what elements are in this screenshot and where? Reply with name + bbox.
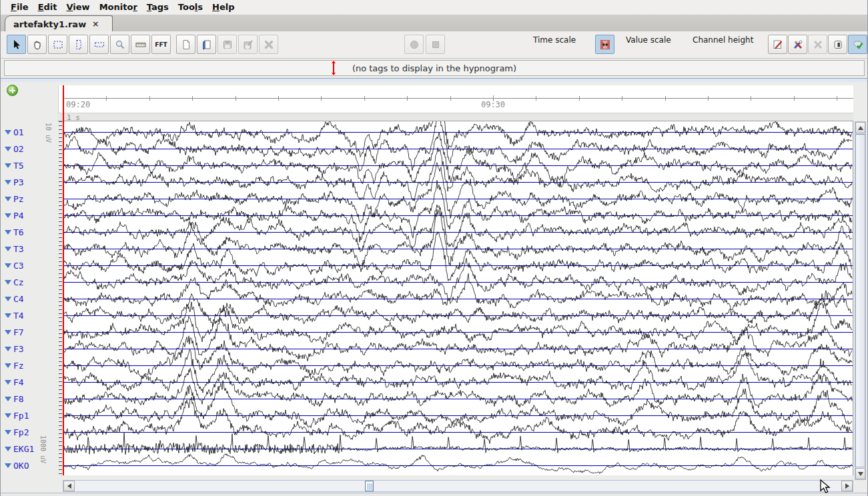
up-arrow-icon xyxy=(858,126,863,130)
edit-tools-disabled-button[interactable] xyxy=(808,35,827,54)
channel-row-F8[interactable]: F8 xyxy=(5,393,24,404)
menu-monitor[interactable]: Monitor xyxy=(95,2,142,12)
select-column-tool[interactable] xyxy=(69,35,88,54)
scroll-right-button[interactable] xyxy=(841,481,853,491)
channel-label-T3: T3 xyxy=(13,244,24,254)
record-button[interactable] xyxy=(404,35,424,54)
channel-row-Fz[interactable]: Fz xyxy=(5,360,24,371)
hypnogram-zone: (no tags to display in the hypnogram) xyxy=(1,59,867,78)
hypnogram-cursor[interactable] xyxy=(330,60,337,76)
channel-row-F7[interactable]: F7 xyxy=(5,327,24,337)
channel-dropdown-icon[interactable] xyxy=(5,180,11,185)
channel-row-T3[interactable]: T3 xyxy=(5,243,24,254)
channel-label-F4: F4 xyxy=(13,377,24,387)
vertical-scrollbar[interactable] xyxy=(855,121,866,480)
menu-help[interactable]: Help xyxy=(207,2,239,12)
channel-dropdown-icon[interactable] xyxy=(5,347,11,351)
value-scale-label: Value scale xyxy=(626,35,671,45)
channel-row-C4[interactable]: C4 xyxy=(5,293,24,304)
menu-edit[interactable]: Edit xyxy=(33,2,62,12)
menu-tools[interactable]: Tools xyxy=(173,2,207,12)
channel-row-Pz[interactable]: Pz xyxy=(5,193,24,204)
channel-dropdown-icon[interactable] xyxy=(5,397,11,401)
channel-row-O2[interactable]: O2 xyxy=(5,143,24,154)
channel-dropdown-icon[interactable] xyxy=(5,147,11,151)
open-document[interactable] xyxy=(197,35,216,54)
channel-row-O1[interactable]: O1 xyxy=(5,127,24,137)
menu-view[interactable]: View xyxy=(62,2,95,12)
tab-artefakty1[interactable]: artefakty1.raw × xyxy=(5,15,113,32)
channel-row-Fp2[interactable]: Fp2 xyxy=(5,427,29,437)
time-tick xyxy=(708,96,709,101)
new-tag-document[interactable] xyxy=(176,35,195,54)
filters-toggle-button[interactable] xyxy=(848,35,867,54)
hypnogram-message: (no tags to display in the hypnogram) xyxy=(352,63,516,73)
channel-row-EKG1[interactable]: EKG1 xyxy=(5,443,34,454)
channel-dropdown-icon[interactable] xyxy=(5,197,11,201)
channel-row-F4[interactable]: F4 xyxy=(5,377,24,387)
menu-file[interactable]: File xyxy=(6,2,33,12)
channel-dropdown-icon[interactable] xyxy=(5,280,11,285)
time-tick xyxy=(321,96,322,101)
hypnogram-strip[interactable]: (no tags to display in the hypnogram) xyxy=(4,60,865,76)
horizontal-scrollbar-thumb[interactable] xyxy=(365,481,374,491)
channel-row-P3[interactable]: P3 xyxy=(5,177,24,187)
channel-dropdown-icon[interactable] xyxy=(5,130,11,135)
channel-dropdown-icon[interactable] xyxy=(5,413,11,418)
channel-dropdown-icon[interactable] xyxy=(5,263,11,268)
channel-row-T6[interactable]: T6 xyxy=(5,227,24,237)
channel-dropdown-icon[interactable] xyxy=(5,430,11,435)
signal-plot[interactable] xyxy=(63,121,853,475)
time-tick xyxy=(665,96,666,101)
channel-row-OKO[interactable]: OKO xyxy=(5,460,29,471)
time-tick xyxy=(192,96,193,101)
channel-dropdown-icon[interactable] xyxy=(5,330,11,335)
scroll-down-button[interactable] xyxy=(855,468,865,479)
horizontal-scrollbar[interactable] xyxy=(63,480,853,492)
stop-button[interactable] xyxy=(426,35,445,54)
edit-signal-parameters-button[interactable] xyxy=(768,35,787,54)
channel-label-T4: T4 xyxy=(13,311,24,321)
select-tool[interactable] xyxy=(7,35,26,54)
hand-tool[interactable] xyxy=(27,35,47,54)
channel-dropdown-icon[interactable] xyxy=(5,463,11,468)
channel-dropdown-icon[interactable] xyxy=(5,447,11,451)
channel-dropdown-icon[interactable] xyxy=(5,363,11,368)
select-row-tool[interactable] xyxy=(89,35,109,54)
channel-dropdown-icon[interactable] xyxy=(5,380,11,385)
channel-dropdown-icon[interactable] xyxy=(5,297,11,301)
channel-label-Fp1: Fp1 xyxy=(13,411,29,421)
tab-close-icon[interactable]: × xyxy=(92,19,99,29)
scroll-up-button[interactable] xyxy=(855,122,865,133)
down-arrow-icon xyxy=(858,472,863,476)
save-document[interactable] xyxy=(218,35,237,54)
signal-montage-button[interactable] xyxy=(788,35,807,54)
channel-dropdown-icon[interactable] xyxy=(5,230,11,235)
time-axis[interactable]: 09:2009:30 xyxy=(58,85,853,113)
add-channel-button[interactable] xyxy=(7,85,18,96)
close-document[interactable] xyxy=(259,35,278,54)
channel-dropdown-icon[interactable] xyxy=(5,247,11,251)
menu-tags[interactable]: Tags xyxy=(142,2,173,12)
ruler-tool[interactable] xyxy=(131,35,150,54)
channel-dropdown-icon[interactable] xyxy=(5,213,11,218)
fit-time-scale-button[interactable] xyxy=(595,35,614,54)
scroll-left-button[interactable] xyxy=(63,481,75,491)
channel-row-P4[interactable]: P4 xyxy=(5,210,24,221)
channel-row-F3[interactable]: F3 xyxy=(5,343,24,354)
channel-dropdown-icon[interactable] xyxy=(5,313,11,318)
vertical-scrollbar-thumb[interactable] xyxy=(855,134,865,467)
channel-label-Fp2: Fp2 xyxy=(13,427,29,437)
show-console-button[interactable] xyxy=(828,35,847,54)
select-block-tool[interactable] xyxy=(48,35,67,54)
zoom-tool[interactable] xyxy=(110,35,129,54)
channel-row-Cz[interactable]: Cz xyxy=(5,277,24,287)
save-document-as[interactable] xyxy=(238,35,258,54)
channel-row-C3[interactable]: C3 xyxy=(5,260,24,271)
channel-row-T4[interactable]: T4 xyxy=(5,310,24,321)
channel-row-Fp1[interactable]: Fp1 xyxy=(5,410,29,421)
channel-dropdown-icon[interactable] xyxy=(5,163,11,168)
channel-label-Cz: Cz xyxy=(13,277,24,287)
channel-row-T5[interactable]: T5 xyxy=(5,160,24,171)
fft-tool[interactable]: FFT xyxy=(151,35,171,54)
